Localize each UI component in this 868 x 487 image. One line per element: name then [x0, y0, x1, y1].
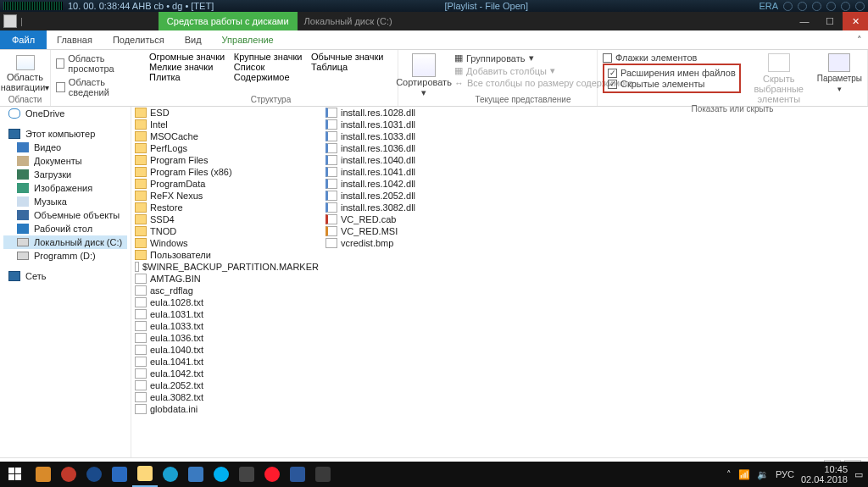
file-item[interactable]: install.res.3082.dll: [324, 202, 511, 213]
player-stop-icon[interactable]: [826, 2, 836, 11]
file-item[interactable]: install.res.1031.dll: [324, 119, 511, 130]
group-by-button[interactable]: ▦ Группировать ▾: [454, 53, 592, 64]
tab-share[interactable]: Поделиться: [103, 30, 175, 49]
sidebar-item[interactable]: Локальный диск (C:): [3, 235, 127, 249]
sidebar-item[interactable]: Programm (D:): [3, 249, 127, 263]
file-item[interactable]: eula.1041.txt: [133, 356, 320, 368]
file-item[interactable]: Restore: [133, 202, 320, 213]
item-checkboxes-toggle[interactable]: Флажки элементов: [603, 53, 741, 63]
taskbar-app-9[interactable]: [310, 462, 336, 487]
file-list[interactable]: ESDIntelMSOCachePerfLogsProgram FilesPro…: [131, 107, 868, 457]
file-item[interactable]: Program Files: [133, 154, 320, 166]
taskbar-explorer[interactable]: [132, 462, 158, 487]
player-next-icon[interactable]: [841, 2, 850, 11]
navigation-pane[interactable]: OneDrive Этот компьютер ВидеоДокументыЗа…: [0, 107, 131, 457]
tray-up-icon[interactable]: ˄: [726, 469, 732, 480]
player-open-icon[interactable]: [855, 2, 865, 11]
sidebar-item[interactable]: Загрузки: [3, 168, 127, 181]
player-prev-icon[interactable]: [783, 2, 793, 11]
file-item[interactable]: install.res.1033.dll: [324, 130, 511, 142]
tab-manage[interactable]: Управление: [212, 30, 284, 49]
layout-table[interactable]: Таблица: [311, 62, 392, 72]
tab-file[interactable]: Файл: [0, 30, 47, 49]
taskbar-app-2[interactable]: [56, 462, 81, 487]
file-item[interactable]: eula.1036.txt: [133, 332, 320, 344]
sidebar-item[interactable]: Музыка: [3, 195, 127, 208]
file-item[interactable]: eula.1042.txt: [133, 368, 320, 379]
file-item[interactable]: ReFX Nexus: [133, 190, 320, 202]
system-tray[interactable]: ˄ 📶 🔉 РУС 10:4502.04.2018 ▭: [726, 464, 868, 484]
sidebar-item[interactable]: Объемные объекты: [3, 208, 127, 222]
file-item[interactable]: install.res.1042.dll: [324, 178, 511, 190]
layout-huge[interactable]: Огромные значки: [149, 52, 234, 62]
sidebar-item[interactable]: Изображения: [3, 181, 127, 195]
taskbar-word[interactable]: [285, 462, 310, 487]
tray-notifications-icon[interactable]: ▭: [854, 469, 863, 480]
sort-button[interactable]: Сортировать▾: [403, 52, 444, 98]
file-item[interactable]: Intel: [133, 119, 320, 130]
taskbar-app-4[interactable]: [107, 462, 132, 487]
sidebar-item[interactable]: Документы: [3, 154, 127, 168]
file-extensions-toggle[interactable]: ✓Расширения имен файлов: [608, 68, 736, 78]
file-item[interactable]: install.res.1041.dll: [324, 166, 511, 178]
file-item[interactable]: eula.1028.txt: [133, 296, 320, 308]
taskbar-app-1[interactable]: [31, 462, 56, 487]
file-item[interactable]: globdata.ini: [133, 403, 320, 415]
file-item[interactable]: ESD: [133, 107, 320, 119]
ribbon-collapse-icon[interactable]: ˄: [851, 30, 868, 49]
tab-view[interactable]: Вид: [175, 30, 212, 49]
file-item[interactable]: eula.2052.txt: [133, 379, 320, 391]
tray-clock[interactable]: 10:4502.04.2018: [801, 464, 848, 484]
layout-small[interactable]: Мелкие значки: [149, 62, 234, 72]
taskbar-opera[interactable]: [259, 462, 285, 487]
file-item[interactable]: install.res.2052.dll: [324, 190, 511, 202]
sidebar-thispc[interactable]: Этот компьютер: [3, 127, 127, 141]
start-button[interactable]: [0, 462, 31, 487]
sidebar-onedrive[interactable]: OneDrive: [3, 107, 127, 120]
sidebar-item[interactable]: Видео: [3, 141, 127, 154]
sidebar-network[interactable]: Сеть: [3, 269, 127, 283]
file-item[interactable]: Windows: [133, 237, 320, 249]
file-item[interactable]: eula.1033.txt: [133, 320, 320, 332]
file-item[interactable]: SSD4: [133, 213, 320, 225]
file-item[interactable]: VC_RED.MSI: [324, 225, 511, 237]
sidebar-item[interactable]: Рабочий стол: [3, 222, 127, 235]
file-item[interactable]: TNOD: [133, 225, 320, 237]
layout-list[interactable]: Список: [234, 62, 311, 72]
tray-lang[interactable]: РУС: [776, 469, 794, 479]
details-pane-toggle[interactable]: Область сведений: [56, 77, 139, 97]
tray-network-icon[interactable]: 📶: [738, 469, 750, 480]
tab-home[interactable]: Главная: [47, 30, 103, 49]
file-item[interactable]: asc_rdflag: [133, 285, 320, 296]
preview-pane-toggle[interactable]: Область просмотра: [56, 53, 139, 74]
file-item[interactable]: VC_RED.cab: [324, 213, 511, 225]
file-item[interactable]: AMTAG.BIN: [133, 273, 320, 285]
file-item[interactable]: PerfLogs: [133, 142, 320, 154]
minimize-button[interactable]: —: [792, 12, 817, 30]
file-item[interactable]: install.res.1040.dll: [324, 154, 511, 166]
file-item[interactable]: Program Files (x86): [133, 166, 320, 178]
file-item[interactable]: eula.1031.txt: [133, 308, 320, 320]
layout-content[interactable]: Содержимое: [234, 72, 311, 82]
layout-tiles[interactable]: Плитка: [149, 72, 234, 82]
taskbar-app-6[interactable]: [183, 462, 209, 487]
taskbar-app-5[interactable]: [158, 462, 183, 487]
layout-medium[interactable]: Обычные значки: [311, 52, 392, 62]
player-play-icon[interactable]: [798, 2, 807, 11]
nav-pane-icon[interactable]: [16, 55, 35, 70]
layout-large[interactable]: Крупные значки: [234, 52, 311, 62]
options-button[interactable]: Параметры▾: [817, 52, 862, 104]
file-item[interactable]: vcredist.bmp: [324, 237, 511, 249]
file-item[interactable]: eula.1040.txt: [133, 344, 320, 356]
file-item[interactable]: install.res.1036.dll: [324, 142, 511, 154]
taskbar-app-7[interactable]: [209, 462, 234, 487]
player-pause-icon[interactable]: [812, 2, 821, 11]
file-item[interactable]: eula.3082.txt: [133, 391, 320, 403]
close-button[interactable]: ✕: [843, 12, 868, 30]
taskbar-app-3[interactable]: [81, 462, 107, 487]
taskbar-app-8[interactable]: [234, 462, 259, 487]
maximize-button[interactable]: ☐: [817, 12, 843, 30]
file-item[interactable]: $WINRE_BACKUP_PARTITION.MARKER: [133, 261, 320, 273]
file-item[interactable]: install.res.1028.dll: [324, 107, 511, 119]
tray-volume-icon[interactable]: 🔉: [757, 469, 769, 480]
